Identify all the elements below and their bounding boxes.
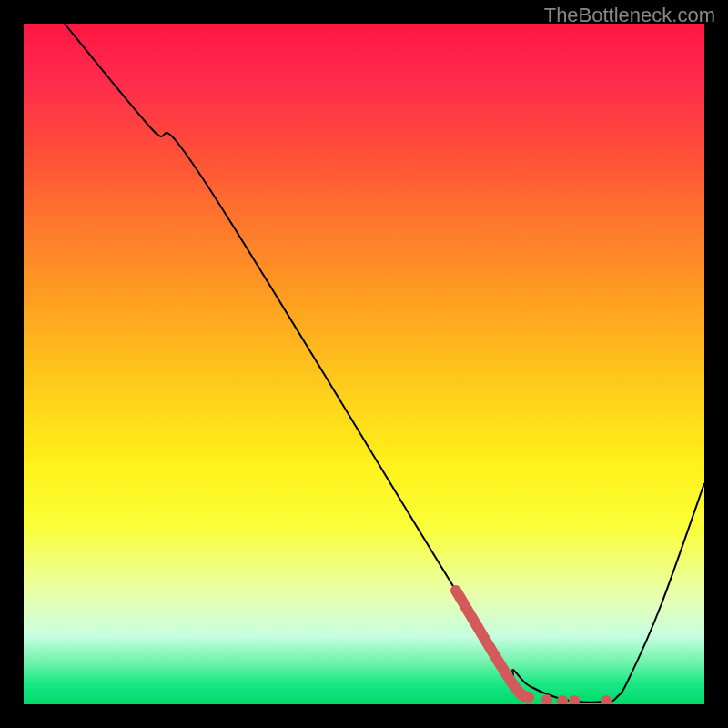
chart-plot-area (24, 24, 704, 704)
chart-frame: TheBottleneck.com (0, 0, 728, 728)
chart-dot (601, 695, 612, 704)
chart-dot (557, 695, 568, 704)
chart-dot (541, 694, 552, 704)
watermark-text: TheBottleneck.com (544, 4, 715, 27)
chart-dot (569, 695, 580, 704)
chart-highlight-layer (24, 24, 704, 704)
